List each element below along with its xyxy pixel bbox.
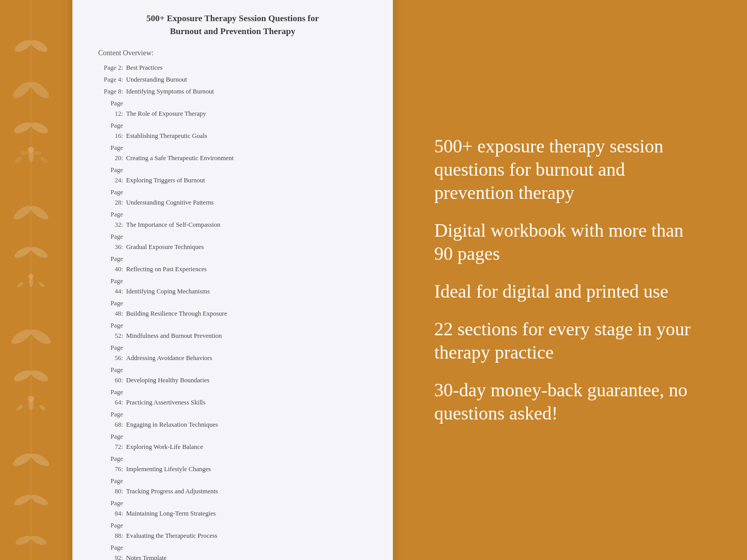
table-of-contents-item: Page 68:Engaging in Relaxation Technique… <box>98 409 367 430</box>
toc-title: Gradual Exposure Techniques <box>126 243 204 251</box>
toc-title: Evaluating the Therapeutic Process <box>126 532 217 539</box>
toc-title: Addressing Avoidance Behaviors <box>126 354 212 362</box>
toc-page-number: Page 8: <box>103 86 123 97</box>
toc-title: Maintaining Long-Term Strategies <box>126 510 216 517</box>
table-of-contents-item: Page 76:Implementing Lifestyle Changes <box>98 454 367 474</box>
table-of-contents-item: Page 32:The Importance of Self-Compassio… <box>98 209 367 230</box>
toc-title: Identifying Symptoms of Burnout <box>126 88 214 95</box>
toc-title: Engaging in Relaxation Techniques <box>126 421 218 428</box>
svg-point-66 <box>123 0 146 3</box>
table-of-contents: Page 2:Best PracticesPage 4:Understandin… <box>98 63 367 560</box>
content-overview-label: Content Overview: <box>98 49 367 57</box>
toc-page-number: Page 84: <box>103 498 123 519</box>
toc-page-number: Page 28: <box>103 187 123 208</box>
table-of-contents-item: Page 60:Developing Healthy Boundaries <box>98 365 367 385</box>
feature-text-3: 22 sections for every stage in your ther… <box>434 318 706 364</box>
toc-title: Tracking Progress and Adjustments <box>126 488 218 495</box>
feature-text-2: Ideal for digital and printed use <box>434 280 706 303</box>
toc-title: Practicing Assertiveness Skills <box>126 399 205 406</box>
toc-title: Creating a Safe Therapeutic Environment <box>126 154 234 162</box>
table-of-contents-item: Page 20:Creating a Safe Therapeutic Envi… <box>98 143 367 163</box>
toc-page-number: Page 64: <box>103 387 123 408</box>
toc-title: The Role of Exposure Therapy <box>126 110 206 117</box>
toc-page-number: Page 56: <box>103 343 123 363</box>
toc-page-number: Page 40: <box>103 254 123 274</box>
toc-page-number: Page 24: <box>103 165 123 185</box>
table-of-contents-item: Page 56:Addressing Avoidance Behaviors <box>98 343 367 363</box>
toc-page-number: Page 52: <box>103 320 123 341</box>
toc-title: Developing Healthy Boundaries <box>126 377 209 384</box>
toc-title: Exploring Triggers of Burnout <box>126 177 205 184</box>
feature-text-0: 500+ exposure therapy session questions … <box>434 135 706 205</box>
table-of-contents-item: Page 4:Understanding Burnout <box>98 74 367 85</box>
svg-point-68 <box>319 0 342 3</box>
table-of-contents-item: Page 12:The Role of Exposure Therapy <box>98 98 367 119</box>
svg-point-67 <box>221 0 244 3</box>
toc-page-number: Page 92: <box>103 542 123 560</box>
toc-title: Understanding Burnout <box>126 76 187 83</box>
toc-title: The Importance of Self-Compassion <box>126 221 220 228</box>
table-of-contents-item: Page 88:Evaluating the Therapeutic Proce… <box>98 520 367 541</box>
table-of-contents-item: Page 48:Building Resilience Through Expo… <box>98 298 367 319</box>
table-of-contents-item: Page 2:Best Practices <box>98 63 367 73</box>
toc-title: Building Resilience Through Exposure <box>126 310 227 317</box>
main-content: 500+ Exposure Therapy Session Questions … <box>0 0 747 560</box>
table-of-contents-item: Page 92:Notes Template <box>98 542 367 560</box>
table-of-contents-item: Page 84:Maintaining Long-Term Strategies <box>98 498 367 519</box>
toc-title: Establishing Therapeutic Goals <box>126 132 207 139</box>
document-title: 500+ Exposure Therapy Session Questions … <box>98 12 367 38</box>
toc-page-number: Page 72: <box>103 431 123 452</box>
toc-page-number: Page 2: <box>103 63 123 73</box>
toc-page-number: Page 20: <box>103 143 123 163</box>
feature-text-1: Digital workbook with more than 90 pages <box>434 219 706 266</box>
toc-title: Implementing Lifestyle Changes <box>126 465 211 473</box>
toc-page-number: Page 88: <box>103 520 123 541</box>
table-of-contents-item: Page 72:Exploring Work-Life Balance <box>98 431 367 452</box>
toc-title: Exploring Work-Life Balance <box>126 443 203 450</box>
table-of-contents-item: Page 28:Understanding Cognitive Patterns <box>98 187 367 208</box>
table-of-contents-item: Page 80:Tracking Progress and Adjustment… <box>98 476 367 496</box>
document-preview: 500+ Exposure Therapy Session Questions … <box>72 0 393 560</box>
table-of-contents-item: Page 52:Mindfulness and Burnout Preventi… <box>98 320 367 341</box>
toc-title: Reflecting on Past Experiences <box>126 266 207 273</box>
right-panel: 500+ exposure therapy session questions … <box>424 135 706 425</box>
toc-title: Mindfulness and Burnout Prevention <box>126 332 222 339</box>
table-of-contents-item: Page 64:Practicing Assertiveness Skills <box>98 387 367 408</box>
feature-text-4: 30-day money-back guarantee, no question… <box>434 379 706 425</box>
toc-title: Notes Template <box>126 554 166 560</box>
table-of-contents-item: Page 16:Establishing Therapeutic Goals <box>98 120 367 141</box>
table-of-contents-item: Page 8:Identifying Symptoms of Burnout <box>98 86 367 97</box>
table-of-contents-item: Page 44:Identifying Coping Mechanisms <box>98 276 367 297</box>
table-of-contents-item: Page 36:Gradual Exposure Techniques <box>98 231 367 252</box>
toc-title: Identifying Coping Mechanisms <box>126 288 210 295</box>
table-of-contents-item: Page 24:Exploring Triggers of Burnout <box>98 165 367 185</box>
table-of-contents-item: Page 40:Reflecting on Past Experiences <box>98 254 367 274</box>
toc-page-number: Page 12: <box>103 98 123 119</box>
toc-page-number: Page 16: <box>103 120 123 141</box>
toc-page-number: Page 32: <box>103 209 123 230</box>
toc-page-number: Page 76: <box>103 454 123 474</box>
toc-page-number: Page 44: <box>103 276 123 297</box>
toc-title: Understanding Cognitive Patterns <box>126 199 214 206</box>
toc-title: Best Practices <box>126 64 162 71</box>
toc-page-number: Page 68: <box>103 409 123 430</box>
toc-page-number: Page 48: <box>103 298 123 319</box>
toc-page-number: Page 4: <box>103 74 123 85</box>
toc-page-number: Page 60: <box>103 365 123 385</box>
toc-page-number: Page 80: <box>103 476 123 496</box>
toc-page-number: Page 36: <box>103 231 123 252</box>
